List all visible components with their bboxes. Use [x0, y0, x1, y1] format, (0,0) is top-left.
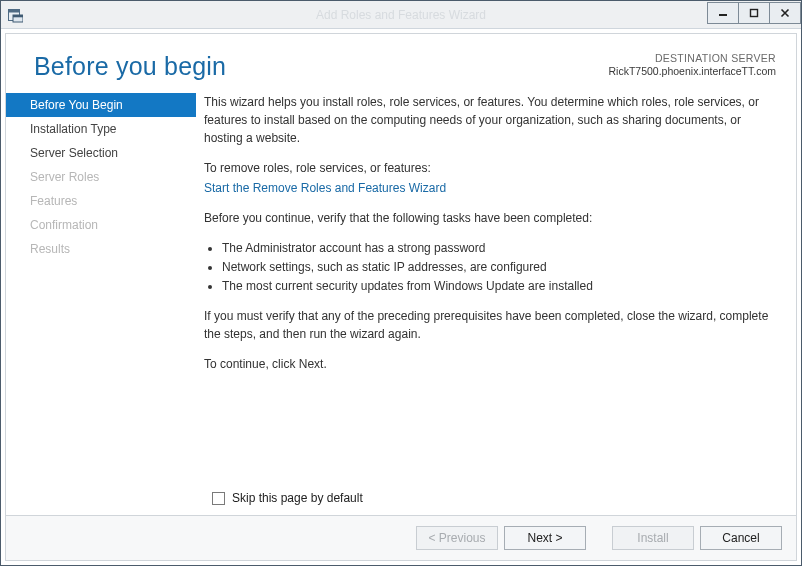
sidebar-item-server-roles: Server Roles [6, 165, 196, 189]
content-wrap: Before you begin DESTINATION SERVER Rick… [1, 29, 801, 565]
wizard-window: Add Roles and Features Wizard Before you… [0, 0, 802, 566]
window-title: Add Roles and Features Wizard [1, 8, 801, 22]
prereq-list: The Administrator account has a strong p… [204, 239, 776, 295]
remove-roles-link[interactable]: Start the Remove Roles and Features Wiza… [204, 181, 446, 195]
page-title: Before you begin [34, 52, 226, 81]
sidebar: Before You Begin Installation Type Serve… [6, 93, 196, 483]
sidebar-item-installation-type[interactable]: Installation Type [6, 117, 196, 141]
prereq-item: The Administrator account has a strong p… [222, 239, 776, 257]
dest-value: RickT7500.phoenix.interfaceTT.com [609, 65, 777, 78]
skip-row: Skip this page by default [6, 483, 796, 515]
svg-rect-4 [719, 14, 727, 16]
verify-text: Before you continue, verify that the fol… [204, 209, 776, 227]
remove-prompt: To remove roles, role services, or featu… [204, 159, 776, 177]
continue-text: To continue, click Next. [204, 355, 776, 373]
body: Before You Begin Installation Type Serve… [6, 93, 796, 483]
maximize-button[interactable] [738, 2, 770, 24]
minimize-button[interactable] [707, 2, 739, 24]
sidebar-item-confirmation: Confirmation [6, 213, 196, 237]
svg-rect-1 [9, 9, 20, 12]
cancel-button[interactable]: Cancel [700, 526, 782, 550]
button-gap [592, 526, 606, 550]
top-band: Before you begin DESTINATION SERVER Rick… [6, 34, 796, 93]
content-inner: Before you begin DESTINATION SERVER Rick… [5, 33, 797, 561]
prereq-item: The most current security updates from W… [222, 277, 776, 295]
sidebar-item-features: Features [6, 189, 196, 213]
prereq-item: Network settings, such as static IP addr… [222, 258, 776, 276]
button-bar: < Previous Next > Install Cancel [6, 515, 796, 560]
titlebar: Add Roles and Features Wizard [1, 1, 801, 29]
window-controls [707, 5, 801, 24]
svg-rect-5 [751, 10, 758, 17]
skip-label: Skip this page by default [232, 491, 363, 505]
svg-rect-3 [13, 15, 23, 17]
window-icon [1, 1, 29, 29]
sidebar-item-results: Results [6, 237, 196, 261]
skip-checkbox[interactable] [212, 492, 225, 505]
close-button[interactable] [769, 2, 801, 24]
previous-button: < Previous [416, 526, 498, 550]
sidebar-item-before-you-begin[interactable]: Before You Begin [6, 93, 196, 117]
next-button[interactable]: Next > [504, 526, 586, 550]
close-text: If you must verify that any of the prece… [204, 307, 776, 343]
dest-label: DESTINATION SERVER [609, 52, 777, 65]
install-button: Install [612, 526, 694, 550]
sidebar-item-server-selection[interactable]: Server Selection [6, 141, 196, 165]
intro-text: This wizard helps you install roles, rol… [204, 93, 776, 147]
destination-server: DESTINATION SERVER RickT7500.phoenix.int… [609, 52, 777, 81]
main-panel: This wizard helps you install roles, rol… [196, 93, 796, 483]
